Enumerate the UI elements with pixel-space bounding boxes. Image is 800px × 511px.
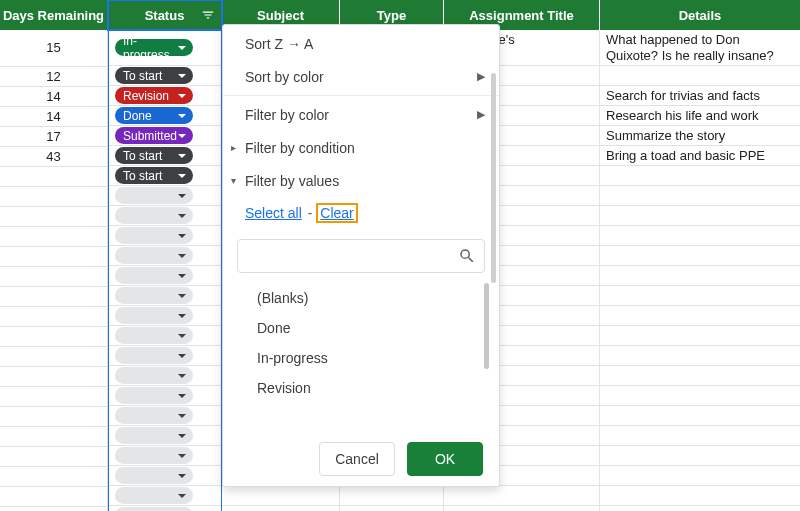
cell-status[interactable]: Done (109, 106, 221, 126)
cell-status[interactable] (109, 326, 221, 346)
cell-days[interactable]: 12 (0, 67, 108, 87)
status-pill[interactable] (115, 247, 193, 264)
filter-value-item[interactable]: Done (257, 313, 493, 343)
select-all-link[interactable]: Select all (245, 205, 302, 221)
cell-status[interactable] (109, 186, 221, 206)
status-pill[interactable] (115, 307, 193, 324)
cell-details[interactable] (600, 186, 800, 205)
cell-days[interactable] (0, 347, 108, 367)
cell-type[interactable] (340, 486, 444, 505)
cell-days[interactable] (0, 327, 108, 347)
status-pill[interactable] (115, 347, 193, 364)
cell-subject[interactable] (222, 506, 340, 511)
cell-details[interactable]: What happened to Don Quixote? Is he real… (600, 30, 800, 66)
status-pill[interactable] (115, 227, 193, 244)
status-pill[interactable]: Submitted (115, 127, 193, 144)
cell-status[interactable] (109, 386, 221, 406)
cell-days[interactable]: 15 (0, 30, 108, 67)
cell-details[interactable] (600, 306, 800, 325)
cell-status[interactable] (109, 366, 221, 386)
cell-subject[interactable] (222, 486, 340, 505)
cell-details[interactable] (600, 446, 800, 465)
status-pill[interactable] (115, 487, 193, 504)
status-pill[interactable]: To start (115, 67, 193, 84)
cell-status[interactable] (109, 486, 221, 506)
status-pill[interactable]: In-progress (115, 39, 193, 56)
cell-details[interactable]: Research his life and work (600, 106, 800, 125)
status-pill[interactable] (115, 187, 193, 204)
cell-status[interactable] (109, 206, 221, 226)
filter-values-list[interactable]: (Blanks)DoneIn-progressRevision (257, 283, 493, 403)
scrollbar-thumb[interactable] (484, 283, 489, 369)
cell-assignment-title[interactable] (444, 486, 600, 505)
cell-status[interactable]: Revision (109, 86, 221, 106)
cell-days[interactable] (0, 487, 108, 507)
cell-status[interactable] (109, 426, 221, 446)
cell-details[interactable] (600, 366, 800, 385)
status-pill[interactable] (115, 387, 193, 404)
cell-status[interactable] (109, 266, 221, 286)
menu-sort-z-a[interactable]: Sort Z → A (223, 27, 499, 60)
cell-details[interactable] (600, 166, 800, 185)
column-header-status[interactable]: Status (108, 0, 222, 30)
cell-days[interactable] (0, 187, 108, 207)
cell-days[interactable]: 14 (0, 107, 108, 127)
menu-sort-by-color[interactable]: Sort by color ▶ (223, 60, 499, 93)
status-pill[interactable]: To start (115, 167, 193, 184)
cell-days[interactable]: 17 (0, 127, 108, 147)
filter-value-item[interactable]: (Blanks) (257, 283, 493, 313)
status-pill[interactable]: Revision (115, 87, 193, 104)
cell-details[interactable] (600, 226, 800, 245)
menu-filter-by-color[interactable]: Filter by color ▶ (223, 98, 499, 131)
status-pill[interactable] (115, 207, 193, 224)
status-pill[interactable]: Done (115, 107, 193, 124)
cell-details[interactable] (600, 466, 800, 485)
cell-days[interactable] (0, 227, 108, 247)
ok-button[interactable]: OK (407, 442, 483, 476)
cell-days[interactable] (0, 367, 108, 387)
cell-days[interactable] (0, 407, 108, 427)
cell-status[interactable] (109, 286, 221, 306)
status-pill[interactable] (115, 427, 193, 444)
filter-search-input[interactable] (248, 248, 458, 264)
cell-details[interactable] (600, 346, 800, 365)
column-header-details[interactable]: Details (600, 0, 800, 30)
status-pill[interactable] (115, 407, 193, 424)
cell-details[interactable] (600, 266, 800, 285)
cell-days[interactable] (0, 427, 108, 447)
cell-days[interactable] (0, 287, 108, 307)
cell-days[interactable] (0, 267, 108, 287)
status-pill[interactable] (115, 467, 193, 484)
cell-days[interactable] (0, 207, 108, 227)
cell-details[interactable] (600, 206, 800, 225)
cell-days[interactable]: 43 (0, 147, 108, 167)
filter-search[interactable] (237, 239, 485, 273)
cell-status[interactable] (109, 226, 221, 246)
cell-status[interactable] (109, 506, 221, 511)
status-pill[interactable] (115, 447, 193, 464)
cell-days[interactable] (0, 447, 108, 467)
cell-status[interactable] (109, 346, 221, 366)
clear-link[interactable]: Clear (318, 205, 355, 221)
cell-details[interactable]: Bring a toad and basic PPE (600, 146, 800, 165)
filter-icon[interactable] (201, 8, 215, 22)
cell-status[interactable] (109, 406, 221, 426)
cell-type[interactable] (340, 506, 444, 511)
status-pill[interactable] (115, 367, 193, 384)
cell-details[interactable] (600, 506, 800, 511)
status-pill[interactable]: To start (115, 147, 193, 164)
cell-status[interactable]: Submitted (109, 126, 221, 146)
cell-status[interactable]: To start (109, 66, 221, 86)
cell-details[interactable]: Summarize the story (600, 126, 800, 145)
cell-days[interactable] (0, 247, 108, 267)
cell-status[interactable]: To start (109, 146, 221, 166)
cell-details[interactable] (600, 426, 800, 445)
cancel-button[interactable]: Cancel (319, 442, 395, 476)
cell-days[interactable] (0, 467, 108, 487)
status-pill[interactable] (115, 267, 193, 284)
cell-details[interactable] (600, 66, 800, 85)
cell-days[interactable] (0, 167, 108, 187)
cell-days[interactable]: 14 (0, 87, 108, 107)
cell-days[interactable] (0, 307, 108, 327)
cell-status[interactable] (109, 246, 221, 266)
